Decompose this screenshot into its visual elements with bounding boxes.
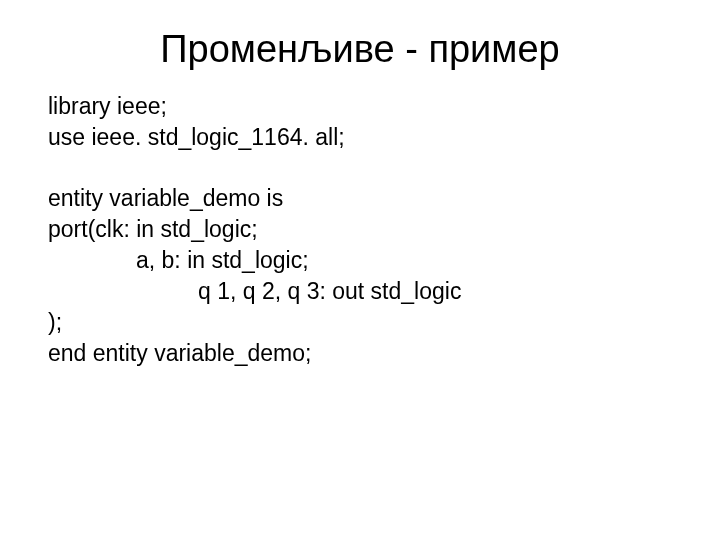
- code-line: use ieee. std_logic_1164. all;: [48, 122, 672, 153]
- code-line: entity variable_demo is: [48, 183, 672, 214]
- code-line: q 1, q 2, q 3: out std_logic: [48, 276, 672, 307]
- code-line: library ieee;: [48, 91, 672, 122]
- slide: Променљиве - пример library ieee; use ie…: [0, 0, 720, 540]
- slide-body: library ieee; use ieee. std_logic_1164. …: [0, 91, 720, 369]
- code-line: a, b: in std_logic;: [48, 245, 672, 276]
- slide-title: Променљиве - пример: [0, 0, 720, 91]
- blank-line: [48, 153, 672, 183]
- code-line: );: [48, 307, 672, 338]
- code-line: end entity variable_demo;: [48, 338, 672, 369]
- code-line: port(clk: in std_logic;: [48, 214, 672, 245]
